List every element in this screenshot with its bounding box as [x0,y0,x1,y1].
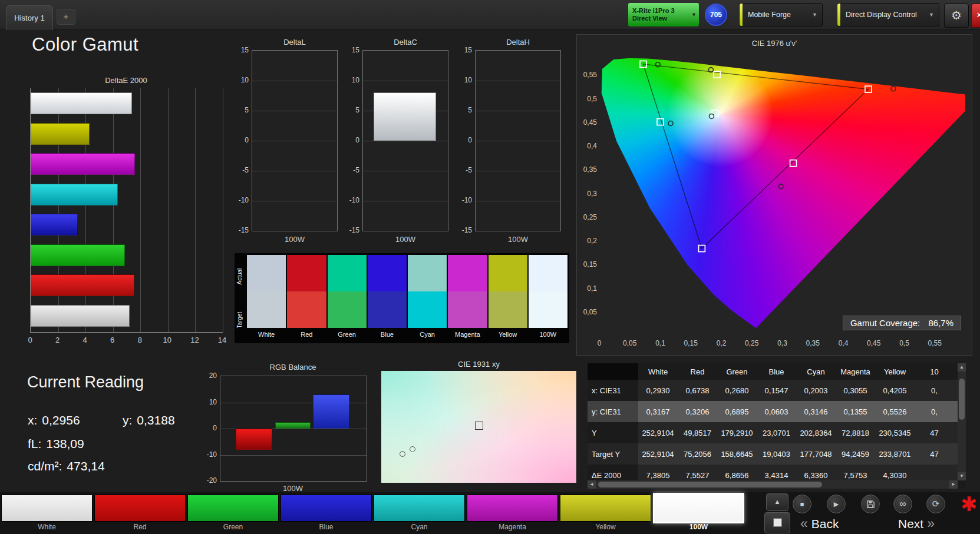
close-button[interactable]: ✕ [971,4,980,28]
save-button[interactable] [861,495,880,513]
deltae-xtick: 10 [159,336,176,344]
target-swatch [247,291,286,328]
cie1931-diagram [381,371,576,483]
table-cell: 0,0603 [757,401,796,422]
deltae-bar-100w [31,305,130,327]
swatch-column-magenta: Magenta [448,255,487,341]
rgb-balance-title: RGB Balance [220,363,366,372]
pattern-swatch-magenta[interactable]: Magenta [467,492,558,534]
swatch-column-label: Red [287,328,326,341]
table-cell: 179,2910 [717,422,757,443]
table-row[interactable]: ΔE 20007,38057,55276,86563,43146,33607,5… [588,465,958,480]
vertical-scrollbar[interactable]: ▲ ▼ [958,363,966,480]
swatch-name: Blue [281,523,372,531]
gridline [220,455,367,456]
cie31-square-marker [475,422,483,430]
table-header-cell: 10 [915,363,954,380]
settings-button[interactable]: ⚙ [944,4,969,28]
expand-panel-button[interactable]: ▲ [766,493,788,511]
pattern-swatch-green[interactable]: Green [187,492,279,534]
mini-chart-title: DeltaL [252,38,338,47]
mini-chart-plot: 151050-5-10-15 [252,50,338,231]
gridline [252,171,337,171]
pattern-swatch-white[interactable]: White [1,492,93,534]
deltae-gridline [168,88,169,332]
swatch-column-label: Yellow [489,328,527,341]
tab-history-1[interactable]: History 1 [6,5,53,30]
deltae-bar-cyan [31,184,118,205]
mini-chart-xlabel: 100W [362,235,448,244]
table-cell: 6,3360 [796,465,836,480]
new-tab-button[interactable]: + [57,9,75,25]
swatch-name: 100W [653,523,744,531]
gridline [476,171,560,171]
cie-xtick: 0,35 [800,339,826,347]
pattern-swatch-cyan[interactable]: Cyan [374,492,465,534]
gear-icon: ⚙ [951,9,962,22]
meter-dropdown[interactable]: X-Rite i1Pro 3 Direct View ▼ [628,3,699,26]
gridline [476,201,560,201]
horizontal-scrollbar[interactable]: ◄ ► [588,480,958,489]
back-button[interactable]: «Back [797,516,839,532]
hscroll-thumb[interactable] [598,482,822,487]
table-row[interactable]: x: CIE310,29300,67380,26800,15470,20030,… [588,380,958,401]
loop-button[interactable]: ∞ [893,495,912,513]
deltae-xtick: 2 [49,336,67,344]
cd-value: 473,14 [67,459,104,473]
scroll-right-icon[interactable]: ► [949,480,958,489]
swatch-column-100w: 100W [529,255,567,341]
play-button[interactable]: ▶ [827,495,846,513]
actual-swatch [489,255,527,291]
table-cell: 0,4205 [875,380,915,401]
table-cell: 158,6645 [717,443,757,465]
vscroll-thumb[interactable] [959,379,965,420]
mini-chart-deltal: DeltaL151050-5-10-15100W [252,38,338,244]
table-cell: 233,8701 [875,443,915,465]
table-cell: 0, [915,380,954,401]
stop-button[interactable]: ■ [793,495,811,513]
meter-count-badge[interactable]: 705 [705,4,727,26]
mini-chart-xlabel: 100W [475,235,561,244]
ytick-label: -10 [453,196,472,204]
mini-chart-title: DeltaC [362,38,448,47]
table-cell: 7,5753 [836,465,875,480]
mini-chart-deltah: DeltaH151050-5-10-15100W [475,38,561,244]
table-row[interactable]: Y252,910449,8517179,291023,0701202,83647… [588,422,958,443]
table-cell: 252,9104 [638,422,678,443]
back-label: Back [811,517,839,530]
swatch-name: Yellow [560,523,651,531]
table-header-cell [588,363,638,380]
ytick-label: 0 [341,136,359,144]
table-cell: 23,0701 [757,422,796,443]
scroll-left-icon[interactable]: ◄ [588,480,596,489]
display-mode-button[interactable] [764,512,790,533]
table-header-row: WhiteRedGreenBlueCyanMagentaYellow10 [588,363,958,380]
pattern-swatch-red[interactable]: Red [94,492,186,534]
ytick-label: 10 [198,398,217,406]
rgb-bar-blue [313,394,349,429]
table-header-cell: Cyan [796,363,836,380]
pattern-swatch-100w[interactable]: 100W [653,492,744,534]
pattern-swatch-blue[interactable]: Blue [281,492,372,534]
refresh-button[interactable]: ⟳ [926,495,945,513]
table-header-cell: Yellow [875,363,915,380]
display-control-dropdown[interactable]: Direct Display Control ▼ [837,3,939,26]
scroll-up-icon[interactable]: ▲ [958,363,966,372]
loop-icon: ∞ [899,499,906,509]
table-cell: 0,6895 [717,401,757,422]
ytick-label: -15 [453,226,472,234]
chevron-down-icon: ▼ [812,12,817,18]
measured-dot-marker [668,121,673,126]
table-row[interactable]: Target Y252,910475,2056158,664519,040317… [588,443,958,465]
next-button[interactable]: Next» [898,516,938,532]
source-dropdown[interactable]: Mobile Forge ▼ [739,3,823,26]
pattern-swatch-yellow[interactable]: Yellow [560,492,651,534]
y-label: y: [123,413,132,427]
scroll-down-icon[interactable]: ▼ [958,472,966,480]
deltae-bar-blue [31,214,78,236]
table-row[interactable]: y: CIE310,31670,32060,68950,06030,31460,… [588,401,958,422]
target-swatch [328,291,367,328]
swatch-color [560,495,651,522]
table-body: x: CIE310,29300,67380,26800,15470,20030,… [588,380,958,480]
swatch-color [281,495,372,522]
